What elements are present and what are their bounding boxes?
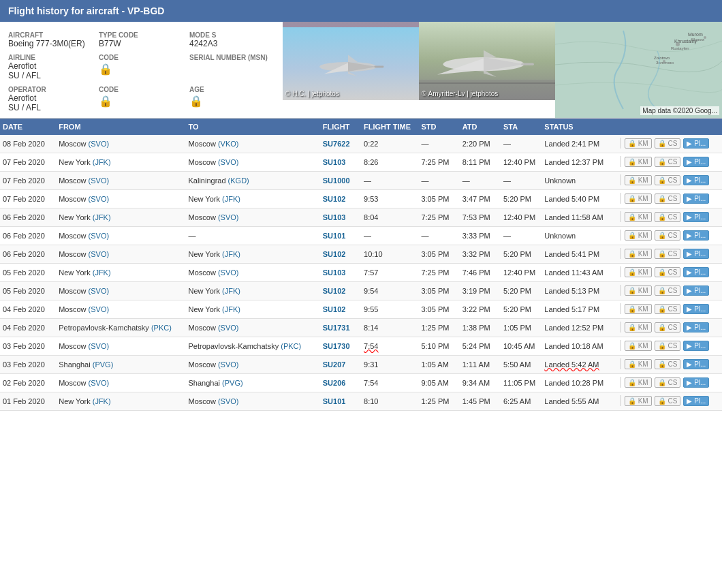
flight-link[interactable]: SU206 [323, 379, 346, 387]
cell-to[interactable]: Moscow (SVO) [186, 319, 320, 337]
lock-csv-button[interactable]: 🔒 CS [655, 322, 681, 332]
cell-from[interactable]: Moscow (SVO) [56, 245, 185, 264]
lock-csv-button[interactable]: 🔒 CS [655, 138, 681, 149]
from-code-link[interactable]: (SVO) [89, 195, 110, 203]
cell-actions[interactable]: 🔒 KM 🔒 CS ▶ Pl... [616, 300, 722, 319]
flight-link[interactable]: SU1000 [323, 176, 350, 185]
cell-to[interactable]: New York (JFK) [186, 300, 320, 319]
cell-actions[interactable]: 🔒 KM 🔒 CS ▶ Pl... [616, 282, 722, 300]
lock-csv-button[interactable]: 🔒 CS [655, 285, 681, 296]
from-code-link[interactable]: (SVO) [89, 176, 110, 185]
lock-km-button[interactable]: 🔒 KM [625, 230, 652, 241]
play-button[interactable]: ▶ Pl... [683, 359, 709, 369]
lock-km-button[interactable]: 🔒 KM [625, 341, 652, 351]
from-code-link[interactable]: (JFK) [93, 213, 111, 221]
cell-actions[interactable]: 🔒 KM 🔒 CS ▶ Pl... [616, 264, 722, 282]
lock-csv-button[interactable]: 🔒 CS [655, 249, 681, 259]
to-code-link[interactable]: (KGD) [228, 176, 249, 185]
play-button[interactable]: ▶ Pl... [683, 230, 709, 241]
cell-to[interactable]: Moscow (SVO) [186, 153, 320, 172]
cell-actions[interactable]: 🔒 KM 🔒 CS ▶ Pl... [616, 208, 722, 227]
from-code-link[interactable]: (SVO) [89, 250, 110, 258]
cell-actions[interactable]: 🔒 KM 🔒 CS ▶ Pl... [616, 172, 722, 190]
cell-flight[interactable]: SU103 [320, 264, 361, 282]
flight-link[interactable]: SU103 [323, 268, 346, 277]
to-code-link[interactable]: (JFK) [222, 287, 240, 295]
lock-csv-button[interactable]: 🔒 CS [655, 157, 681, 167]
cell-flight[interactable]: SU103 [320, 153, 361, 172]
cell-to[interactable]: New York (JFK) [186, 190, 320, 208]
from-code-link[interactable]: (JFK) [93, 268, 111, 277]
play-button[interactable]: ▶ Pl... [683, 267, 709, 277]
cell-actions[interactable]: 🔒 KM 🔒 CS ▶ Pl... [616, 337, 722, 356]
cell-actions[interactable]: 🔒 KM 🔒 CS ▶ Pl... [616, 245, 722, 264]
to-code-link[interactable]: (SVO) [218, 360, 239, 369]
cell-to[interactable]: Kaliningrad (KGD) [186, 172, 320, 190]
cell-flight[interactable]: SU103 [320, 208, 361, 227]
lock-csv-button[interactable]: 🔒 CS [655, 267, 681, 277]
cell-to[interactable]: Petropavlovsk-Kamchatsky (PKC) [186, 337, 320, 356]
cell-to[interactable]: Moscow (VKO) [186, 135, 320, 153]
cell-actions[interactable]: 🔒 KM 🔒 CS ▶ Pl... [616, 153, 722, 172]
lock-km-button[interactable]: 🔒 KM [625, 157, 652, 167]
cell-to[interactable]: Moscow (SVO) [186, 392, 320, 411]
lock-km-button[interactable]: 🔒 KM [625, 194, 652, 204]
lock-csv-button[interactable]: 🔒 CS [655, 175, 681, 185]
from-code-link[interactable]: (SVO) [89, 140, 110, 148]
cell-actions[interactable]: 🔒 KM 🔒 CS ▶ Pl... [616, 135, 722, 153]
cell-actions[interactable]: 🔒 KM 🔒 CS ▶ Pl... [616, 392, 722, 411]
cell-from[interactable]: Shanghai (PVG) [56, 356, 185, 374]
lock-km-button[interactable]: 🔒 KM [625, 249, 652, 259]
cell-actions[interactable]: 🔒 KM 🔒 CS ▶ Pl... [616, 356, 722, 374]
lock-km-button[interactable]: 🔒 KM [625, 267, 652, 277]
cell-flight[interactable]: SU101 [320, 392, 361, 411]
flight-link[interactable]: SU1730 [323, 342, 350, 350]
lock-csv-button[interactable]: 🔒 CS [655, 341, 681, 351]
lock-km-button[interactable]: 🔒 KM [625, 212, 652, 222]
play-button[interactable]: ▶ Pl... [683, 396, 709, 406]
cell-flight[interactable]: SU101 [320, 227, 361, 245]
cell-from[interactable]: New York (JFK) [56, 153, 185, 172]
play-button[interactable]: ▶ Pl... [683, 304, 709, 314]
from-code-link[interactable]: (SVO) [89, 287, 110, 295]
cell-from[interactable]: New York (JFK) [56, 392, 185, 411]
to-code-link[interactable]: (SVO) [218, 397, 239, 405]
cell-actions[interactable]: 🔒 KM 🔒 CS ▶ Pl... [616, 190, 722, 208]
cell-to[interactable]: — [186, 227, 320, 245]
to-code-link[interactable]: (SVO) [218, 324, 239, 332]
cell-from[interactable]: Petropavlovsk-Kamchatsky (PKC) [56, 319, 185, 337]
lock-csv-button[interactable]: 🔒 CS [655, 359, 681, 369]
cell-flight[interactable]: SU1000 [320, 172, 361, 190]
lock-csv-button[interactable]: 🔒 CS [655, 194, 681, 204]
lock-csv-button[interactable]: 🔒 CS [655, 304, 681, 314]
flight-link[interactable]: SU1731 [323, 324, 350, 332]
cell-to[interactable]: Moscow (SVO) [186, 356, 320, 374]
cell-flight[interactable]: SU102 [320, 245, 361, 264]
lock-km-button[interactable]: 🔒 KM [625, 396, 652, 406]
play-button[interactable]: ▶ Pl... [683, 212, 709, 222]
flight-link[interactable]: SU103 [323, 213, 346, 221]
from-code-link[interactable]: (PVG) [93, 360, 114, 369]
cell-actions[interactable]: 🔒 KM 🔒 CS ▶ Pl... [616, 374, 722, 392]
lock-csv-button[interactable]: 🔒 CS [655, 377, 681, 388]
from-code-link[interactable]: (JFK) [93, 158, 111, 166]
lock-csv-button[interactable]: 🔒 CS [655, 212, 681, 222]
cell-from[interactable]: New York (JFK) [56, 208, 185, 227]
flight-link[interactable]: SU7622 [323, 140, 350, 148]
cell-from[interactable]: Moscow (SVO) [56, 300, 185, 319]
cell-from[interactable]: Moscow (SVO) [56, 227, 185, 245]
play-button[interactable]: ▶ Pl... [683, 341, 709, 351]
lock-csv-button[interactable]: 🔒 CS [655, 396, 681, 406]
cell-actions[interactable]: 🔒 KM 🔒 CS ▶ Pl... [616, 319, 722, 337]
play-button[interactable]: ▶ Pl... [683, 194, 709, 204]
play-button[interactable]: ▶ Pl... [683, 322, 709, 332]
cell-to[interactable]: Moscow (SVO) [186, 264, 320, 282]
cell-to[interactable]: New York (JFK) [186, 282, 320, 300]
play-button[interactable]: ▶ Pl... [683, 377, 709, 388]
cell-flight[interactable]: SU102 [320, 190, 361, 208]
lock-km-button[interactable]: 🔒 KM [625, 377, 652, 388]
flight-link[interactable]: SU101 [323, 397, 346, 405]
cell-flight[interactable]: SU7622 [320, 135, 361, 153]
to-code-link[interactable]: (JFK) [222, 195, 240, 203]
from-code-link[interactable]: (SVO) [89, 379, 110, 387]
